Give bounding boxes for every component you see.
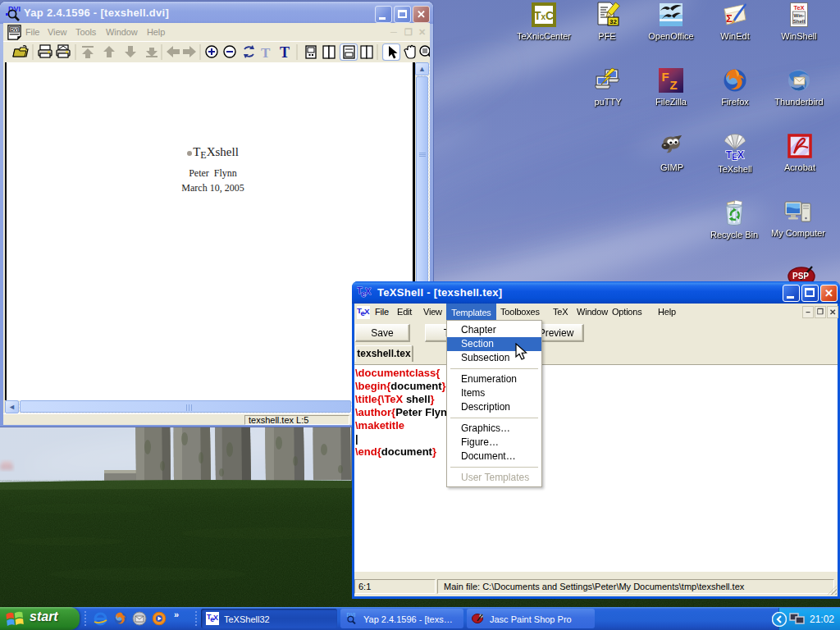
svg-text:Z: Z bbox=[669, 78, 677, 92]
svg-text:F: F bbox=[661, 70, 669, 84]
svg-text:Shell: Shell bbox=[793, 19, 806, 24]
svg-text:Σ: Σ bbox=[726, 12, 733, 25]
svg-text:X: X bbox=[365, 286, 372, 296]
svg-text:X: X bbox=[364, 307, 370, 316]
svg-text:T: T bbox=[261, 45, 271, 61]
svg-text:TeX: TeX bbox=[793, 4, 804, 11]
svg-text:PSP: PSP bbox=[792, 272, 809, 281]
svg-text:Win-: Win- bbox=[794, 13, 805, 18]
svg-text:TEX: TEX bbox=[726, 149, 744, 161]
svg-text:T: T bbox=[280, 44, 290, 61]
svg-text:32: 32 bbox=[609, 18, 617, 25]
svg-text:DVI: DVI bbox=[11, 27, 19, 32]
svg-text:X: X bbox=[213, 614, 218, 622]
svg-text:DVI: DVI bbox=[347, 612, 356, 618]
